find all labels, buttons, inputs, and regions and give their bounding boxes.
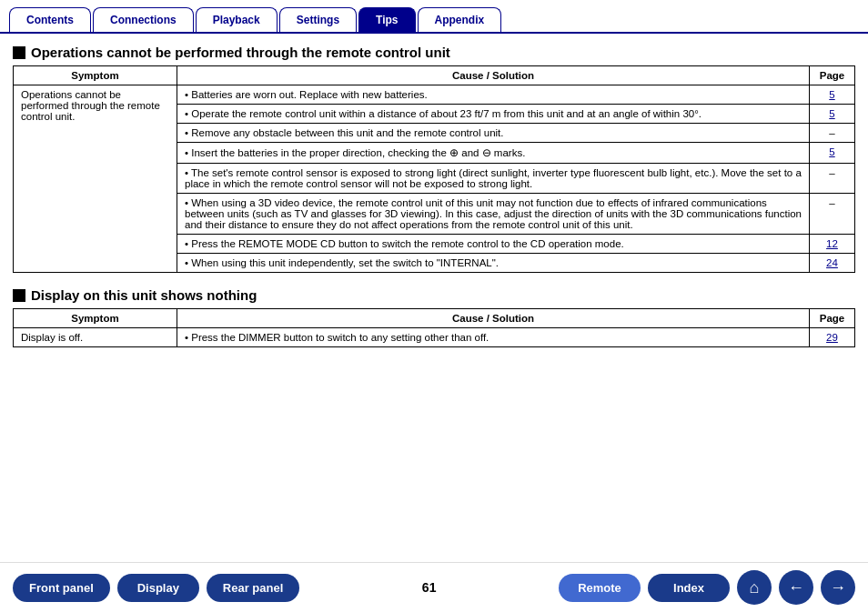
cause-cell: • Press the DIMMER button to switch to a…: [177, 328, 810, 347]
page-cell[interactable]: 5: [810, 143, 855, 164]
page-cell[interactable]: 29: [810, 328, 855, 347]
symptom-cell: Display is off.: [14, 328, 177, 347]
tab-appendix[interactable]: Appendix: [418, 7, 502, 32]
page-cell[interactable]: 5: [810, 85, 855, 105]
table-row: Display is off.• Press the DIMMER button…: [14, 328, 855, 347]
table-row: Operations cannot be performed through t…: [14, 85, 855, 105]
s2-header-cause: Cause / Solution: [177, 309, 810, 328]
s2-header-page: Page: [810, 309, 855, 328]
section2-table: Symptom Cause / Solution Page Display is…: [13, 308, 855, 347]
symptom-cell: Operations cannot be performed through t…: [14, 85, 177, 273]
section2-title: Display on this unit shows nothing: [13, 287, 855, 303]
tab-connections[interactable]: Connections: [93, 7, 194, 32]
section1-table: Symptom Cause / Solution Page Operations…: [13, 65, 855, 273]
page-cell[interactable]: 5: [810, 105, 855, 124]
remote-button[interactable]: Remote: [559, 574, 641, 602]
tab-tips[interactable]: Tips: [358, 7, 415, 32]
page-cell: –: [810, 124, 855, 143]
section1-title: Operations cannot be performed through t…: [13, 45, 855, 60]
cause-cell: • When using a 3D video device, the remo…: [177, 194, 810, 235]
s2-header-symptom: Symptom: [14, 309, 177, 328]
page-cell: –: [810, 194, 855, 235]
section1-square-icon: [13, 46, 25, 59]
nav-tabs: Contents Connections Playback Settings T…: [0, 0, 868, 34]
cause-cell: • Press the REMOTE MODE CD button to swi…: [177, 235, 810, 254]
back-button[interactable]: ←: [779, 570, 813, 605]
section2-square-icon: [13, 289, 25, 302]
page-cell[interactable]: 24: [810, 254, 855, 273]
header-symptom: Symptom: [14, 66, 177, 85]
header-cause: Cause / Solution: [177, 66, 810, 85]
home-button[interactable]: ⌂: [737, 570, 772, 605]
page-cell[interactable]: 12: [810, 235, 855, 254]
cause-cell: • Operate the remote control unit within…: [177, 105, 810, 124]
display-button[interactable]: Display: [117, 574, 199, 602]
forward-button[interactable]: →: [821, 570, 855, 605]
tab-contents[interactable]: Contents: [9, 7, 91, 32]
cause-cell: • When using this unit independently, se…: [177, 254, 810, 273]
index-button[interactable]: Index: [648, 574, 730, 602]
main-content: Operations cannot be performed through t…: [0, 34, 868, 371]
header-page: Page: [810, 66, 855, 85]
cause-cell: • Insert the batteries in the proper dir…: [177, 143, 810, 164]
page-number: 61: [307, 580, 551, 595]
rear-panel-button[interactable]: Rear panel: [207, 574, 299, 602]
page-cell: –: [810, 164, 855, 194]
tab-settings[interactable]: Settings: [279, 7, 357, 32]
tab-playback[interactable]: Playback: [196, 7, 278, 32]
front-panel-button[interactable]: Front panel: [13, 574, 110, 602]
cause-cell: • Remove any obstacle between this unit …: [177, 124, 810, 143]
cause-cell: • The set's remote control sensor is exp…: [177, 164, 810, 194]
bottom-bar: Front panel Display Rear panel 61 Remote…: [0, 562, 868, 612]
cause-cell: • Batteries are worn out. Replace with n…: [177, 85, 810, 105]
